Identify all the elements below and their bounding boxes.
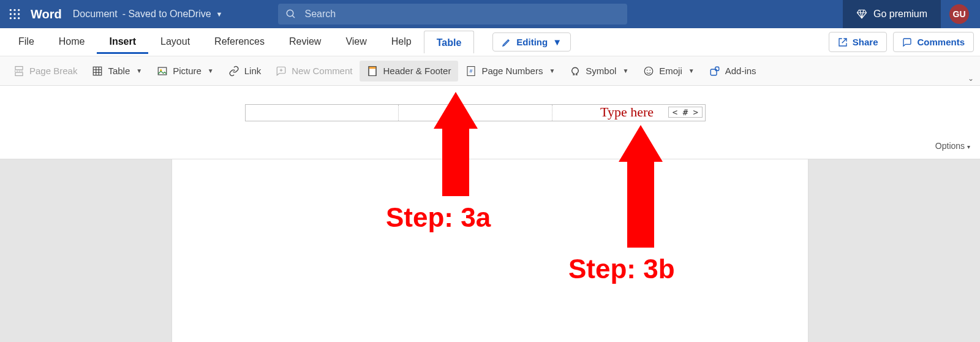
pencil-icon	[502, 37, 511, 47]
chevron-down-icon: ▼	[216, 10, 223, 18]
svg-point-28	[645, 67, 654, 75]
link-icon	[228, 66, 239, 77]
svg-rect-19	[158, 67, 167, 75]
svg-point-1	[13, 9, 15, 11]
avatar-initials: GU	[953, 9, 966, 19]
svg-point-4	[13, 13, 15, 15]
options-label: Options	[935, 141, 965, 151]
header-footer-icon	[367, 66, 378, 77]
page-body[interactable]	[172, 159, 809, 342]
document-saved-status: - Saved to OneDrive	[123, 9, 211, 20]
table-label: Table	[108, 66, 130, 76]
chevron-down-icon: ▼	[549, 67, 555, 74]
chevron-down-icon: ▼	[622, 67, 628, 74]
new-comment-label: New Comment	[292, 66, 352, 76]
header-footer-button[interactable]: Header & Footer	[360, 61, 458, 82]
tab-table-context[interactable]: Table	[424, 31, 475, 53]
symbol-dropdown[interactable]: Symbol ▼	[562, 61, 636, 82]
tab-view[interactable]: View	[333, 30, 379, 54]
document-title-dropdown[interactable]: Document - Saved to OneDrive ▼	[73, 9, 223, 20]
search-placeholder: Search	[305, 9, 336, 20]
page-numbers-icon: #	[466, 66, 477, 77]
insert-link-button[interactable]: Link	[221, 61, 269, 82]
svg-line-10	[292, 15, 295, 18]
document-name: Document	[73, 9, 118, 20]
symbol-icon	[570, 66, 581, 77]
annotation-label-3b: Step: 3b	[568, 254, 675, 284]
page-break-icon	[13, 66, 24, 77]
svg-rect-32	[715, 67, 718, 70]
svg-text:#: #	[470, 69, 473, 74]
tab-home[interactable]: Home	[47, 30, 97, 54]
svg-rect-11	[15, 66, 23, 69]
tab-layout[interactable]: Layout	[148, 30, 202, 54]
comments-button[interactable]: Comments	[893, 32, 974, 52]
share-button[interactable]: Share	[829, 32, 888, 52]
share-label: Share	[853, 37, 878, 47]
table-icon	[92, 66, 103, 77]
app-name: Word	[27, 7, 73, 21]
insert-table-dropdown[interactable]: Table ▼	[85, 61, 149, 82]
chevron-down-icon: ▼	[552, 37, 562, 47]
insert-picture-dropdown[interactable]: Picture ▼	[149, 61, 221, 82]
chevron-down-icon: ▼	[136, 67, 142, 74]
svg-point-29	[647, 69, 648, 70]
page-numbers-dropdown[interactable]: # Page Numbers ▼	[458, 61, 562, 82]
tab-references[interactable]: References	[202, 30, 277, 54]
diamond-icon	[856, 9, 867, 20]
header-options-dropdown[interactable]: Options	[935, 141, 970, 151]
app-launcher-icon[interactable]	[2, 8, 27, 20]
share-icon	[838, 37, 848, 47]
annotation-arrow-3b	[619, 125, 663, 248]
tab-file[interactable]: File	[6, 30, 47, 54]
new-comment-button[interactable]: New Comment	[268, 61, 360, 82]
user-avatar[interactable]: GU	[949, 4, 969, 24]
svg-point-30	[650, 69, 651, 70]
go-premium-label: Go premium	[873, 9, 927, 20]
annotation-arrow-3a	[434, 92, 478, 196]
emoji-dropdown[interactable]: Emoji ▼	[636, 61, 701, 82]
header-footer-label: Header & Footer	[383, 66, 451, 76]
type-here-annotation: Type here	[600, 104, 654, 120]
ribbon-tabs: File Home Insert Layout References Revie…	[0, 28, 980, 56]
collapse-ribbon-icon[interactable]: ⌄	[968, 74, 974, 83]
new-comment-icon	[276, 66, 287, 77]
ribbon-commands: Page Break Table ▼ Picture ▼ Link New Co…	[0, 56, 980, 86]
svg-rect-14	[94, 67, 102, 75]
page-header-strip	[0, 86, 980, 159]
page-number-field[interactable]: < # >	[668, 107, 703, 118]
annotation-label-3a: Step: 3a	[386, 202, 491, 233]
title-bar: Word Document - Saved to OneDrive ▼ Sear…	[0, 0, 980, 28]
emoji-label: Emoji	[659, 66, 682, 76]
symbol-label: Symbol	[586, 66, 616, 76]
page-break-button[interactable]: Page Break	[6, 61, 85, 82]
page-numbers-label: Page Numbers	[481, 66, 543, 76]
svg-point-9	[287, 10, 293, 17]
comment-icon	[902, 37, 912, 47]
svg-rect-24	[369, 66, 376, 69]
svg-point-8	[18, 17, 20, 19]
tab-review[interactable]: Review	[277, 30, 333, 54]
addins-label: Add-ins	[725, 66, 756, 76]
chevron-down-icon: ▼	[208, 67, 214, 74]
svg-point-3	[10, 13, 12, 15]
go-premium-button[interactable]: Go premium	[843, 0, 941, 28]
tab-help[interactable]: Help	[379, 30, 424, 54]
search-input[interactable]: Search	[278, 4, 627, 25]
page-break-label: Page Break	[29, 66, 77, 76]
svg-point-0	[10, 9, 12, 11]
svg-point-7	[13, 17, 15, 19]
editing-label: Editing	[516, 37, 548, 47]
svg-rect-12	[15, 72, 23, 75]
picture-icon	[157, 66, 168, 77]
editing-mode-dropdown[interactable]: Editing ▼	[492, 32, 571, 51]
tab-insert[interactable]: Insert	[97, 30, 148, 54]
svg-point-2	[18, 9, 20, 11]
header-cell-left[interactable]	[246, 105, 399, 121]
emoji-icon	[643, 66, 654, 77]
picture-label: Picture	[173, 66, 202, 76]
document-area: < # > Type here Options Step: 3a Step: 3…	[0, 86, 980, 342]
addins-button[interactable]: Add-ins	[702, 61, 764, 82]
comments-label: Comments	[917, 37, 965, 47]
search-icon	[285, 9, 296, 20]
